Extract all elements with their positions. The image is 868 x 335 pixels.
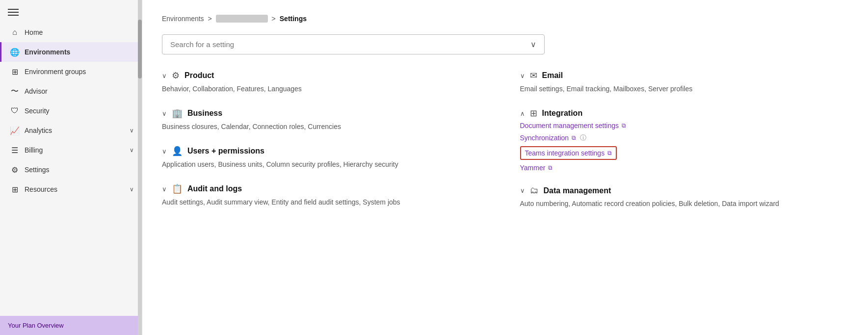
sidebar-item-security[interactable]: 🛡 Security bbox=[0, 101, 142, 121]
section-audit-logs: ∨ 📋 Audit and logs Audit settings, Audit… bbox=[162, 183, 491, 207]
sidebar-item-label: Analytics bbox=[25, 127, 52, 134]
email-icon: ✉ bbox=[530, 70, 537, 81]
billing-icon: ☰ bbox=[10, 145, 20, 155]
yammer-link[interactable]: Yammer ⧉ bbox=[520, 164, 849, 172]
breadcrumb-test: test ████████ bbox=[216, 15, 268, 23]
section-email: ∨ ✉ Email Email settings, Email tracking… bbox=[520, 70, 849, 94]
doc-mgmt-ext-icon: ⧉ bbox=[622, 122, 626, 129]
settings-grid: ∨ ⚙ Product Behavior, Collaboration, Fea… bbox=[162, 70, 848, 223]
audit-icon: 📋 bbox=[172, 183, 183, 194]
sidebar-scrollbar[interactable] bbox=[138, 0, 142, 335]
breadcrumb-settings: Settings bbox=[280, 15, 307, 23]
breadcrumb-environments[interactable]: Environments bbox=[162, 15, 204, 23]
resources-icon: ⊞ bbox=[10, 184, 20, 194]
section-audit-header: ∨ 📋 Audit and logs bbox=[162, 183, 491, 194]
search-input[interactable] bbox=[170, 40, 530, 49]
sidebar-bottom-item[interactable]: Your Plan Overview bbox=[0, 316, 142, 335]
business-icon: 🏢 bbox=[172, 108, 183, 119]
section-integration: ∧ ⊞ Integration Document management sett… bbox=[520, 108, 849, 172]
teams-ext-icon: ⧉ bbox=[607, 150, 612, 156]
synchronization-info-icon: ⓘ bbox=[580, 133, 586, 142]
environment-groups-icon: ⊞ bbox=[10, 67, 20, 77]
data-mgmt-links: Auto numbering, Automatic record creatio… bbox=[520, 199, 849, 209]
billing-chevron: ∨ bbox=[130, 147, 134, 154]
users-icon: 👤 bbox=[172, 146, 183, 156]
section-data-mgmt-header: ∨ 🗂 Data management bbox=[520, 185, 849, 196]
section-integration-header: ∧ ⊞ Integration bbox=[520, 108, 849, 119]
business-collapse-icon[interactable]: ∨ bbox=[162, 110, 167, 117]
users-collapse-icon[interactable]: ∨ bbox=[162, 148, 167, 155]
integration-title: Integration bbox=[542, 109, 583, 118]
business-title: Business bbox=[187, 109, 222, 118]
right-column: ∨ ✉ Email Email settings, Email tracking… bbox=[520, 70, 849, 223]
section-data-management: ∨ 🗂 Data management Auto numbering, Auto… bbox=[520, 185, 849, 209]
sidebar-item-label: Environment groups bbox=[25, 68, 86, 76]
search-bar[interactable]: ∨ bbox=[162, 34, 545, 54]
section-product-header: ∨ ⚙ Product bbox=[162, 70, 491, 81]
resources-chevron: ∨ bbox=[130, 186, 134, 193]
yammer-ext-icon: ⧉ bbox=[548, 164, 552, 171]
users-title: Users + permissions bbox=[187, 147, 264, 155]
section-business-header: ∨ 🏢 Business bbox=[162, 108, 491, 119]
sidebar-item-label: Security bbox=[25, 107, 50, 115]
sidebar-item-environment-groups[interactable]: ⊞ Environment groups bbox=[0, 62, 142, 81]
sidebar-item-label: Billing bbox=[25, 146, 43, 154]
sidebar-item-home[interactable]: ⌂ Home bbox=[0, 23, 142, 42]
sidebar-item-resources[interactable]: ⊞ Resources ∨ bbox=[0, 180, 142, 199]
teams-link-container: Teams integration settings ⧉ bbox=[520, 146, 849, 160]
section-business: ∨ 🏢 Business Business closures, Calendar… bbox=[162, 108, 491, 132]
users-links: Application users, Business units, Colum… bbox=[162, 159, 491, 170]
sidebar-item-label: Settings bbox=[25, 166, 50, 174]
email-title: Email bbox=[542, 71, 563, 80]
sidebar-item-analytics[interactable]: 📈 Analytics ∨ bbox=[0, 121, 142, 140]
breadcrumb-sep-2: > bbox=[272, 15, 276, 23]
integration-icon: ⊞ bbox=[530, 108, 537, 119]
sidebar-item-label: Environments bbox=[25, 48, 70, 56]
product-collapse-icon[interactable]: ∨ bbox=[162, 72, 167, 79]
integration-collapse-icon[interactable]: ∧ bbox=[520, 110, 525, 117]
doc-mgmt-link[interactable]: Document management settings ⧉ bbox=[520, 122, 849, 129]
yammer-label: Yammer bbox=[520, 164, 546, 172]
section-users-permissions: ∨ 👤 Users + permissions Application user… bbox=[162, 146, 491, 170]
synchronization-label: Synchronization bbox=[520, 134, 569, 142]
left-column: ∨ ⚙ Product Behavior, Collaboration, Fea… bbox=[162, 70, 491, 223]
data-mgmt-title: Data management bbox=[544, 186, 611, 195]
teams-label: Teams integration settings bbox=[525, 149, 605, 157]
breadcrumb-sep-1: > bbox=[208, 15, 212, 23]
advisor-icon: 〜 bbox=[10, 86, 20, 96]
sidebar-item-advisor[interactable]: 〜 Advisor bbox=[0, 81, 142, 101]
sidebar-item-label: Resources bbox=[25, 185, 57, 193]
synchronization-ext-icon: ⧉ bbox=[572, 134, 576, 141]
settings-icon: ⚙ bbox=[10, 165, 20, 175]
sidebar-item-label: Advisor bbox=[25, 87, 48, 95]
product-icon: ⚙ bbox=[172, 70, 180, 81]
synchronization-link[interactable]: Synchronization ⧉ ⓘ bbox=[520, 133, 849, 142]
home-icon: ⌂ bbox=[10, 27, 20, 37]
product-title: Product bbox=[184, 71, 214, 80]
analytics-icon: 📈 bbox=[10, 126, 20, 135]
audit-collapse-icon[interactable]: ∨ bbox=[162, 185, 167, 193]
email-links: Email settings, Email tracking, Mailboxe… bbox=[520, 84, 849, 94]
main-content: Environments > test ████████ > Settings … bbox=[142, 0, 868, 335]
data-mgmt-icon: 🗂 bbox=[530, 185, 539, 196]
teams-integration-link[interactable]: Teams integration settings ⧉ bbox=[520, 146, 617, 160]
sidebar-item-environments[interactable]: 🌐 Environments bbox=[0, 42, 142, 62]
integration-links: Document management settings ⧉ Synchroni… bbox=[520, 122, 849, 172]
analytics-chevron: ∨ bbox=[130, 127, 134, 134]
audit-links: Audit settings, Audit summary view, Enti… bbox=[162, 197, 491, 207]
hamburger-menu[interactable] bbox=[0, 0, 142, 23]
environments-icon: 🌐 bbox=[10, 47, 20, 57]
business-links: Business closures, Calendar, Connection … bbox=[162, 122, 491, 132]
breadcrumb: Environments > test ████████ > Settings bbox=[162, 15, 848, 23]
sidebar-item-settings[interactable]: ⚙ Settings bbox=[0, 160, 142, 180]
email-collapse-icon[interactable]: ∨ bbox=[520, 72, 525, 79]
search-chevron-icon: ∨ bbox=[530, 40, 536, 49]
sidebar-item-label: Home bbox=[25, 28, 43, 36]
security-icon: 🛡 bbox=[10, 106, 20, 116]
data-mgmt-collapse-icon[interactable]: ∨ bbox=[520, 187, 525, 194]
product-links: Behavior, Collaboration, Features, Langu… bbox=[162, 84, 491, 94]
section-product: ∨ ⚙ Product Behavior, Collaboration, Fea… bbox=[162, 70, 491, 94]
section-email-header: ∨ ✉ Email bbox=[520, 70, 849, 81]
doc-mgmt-label: Document management settings bbox=[520, 122, 619, 129]
sidebar-item-billing[interactable]: ☰ Billing ∨ bbox=[0, 140, 142, 160]
